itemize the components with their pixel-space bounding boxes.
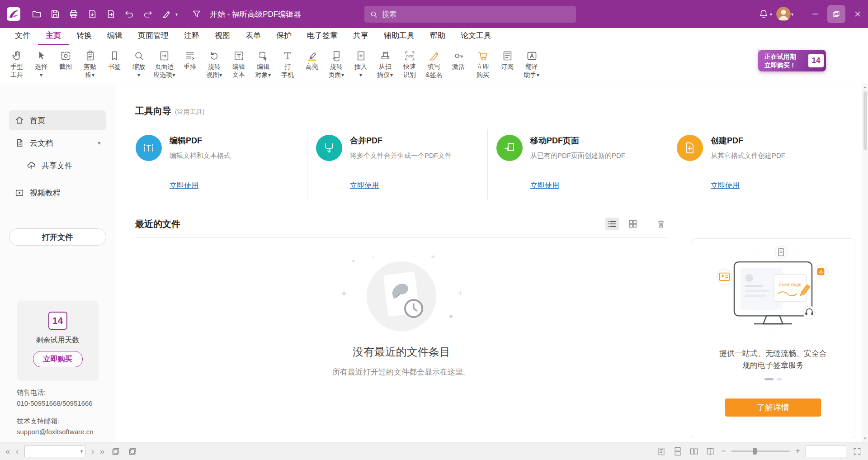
next-page-button[interactable]: › (91, 447, 94, 455)
tool-card-merge-pdf[interactable]: 合并PDF 将多个文件合并生成一个PDF文件 立即使用 (307, 129, 487, 199)
ribbon-tool-rotate-pages[interactable]: 旋转页面▾ (324, 47, 349, 80)
ribbon-tool-reflow[interactable]: 重排 (178, 47, 202, 72)
scroll-up-icon[interactable]: ▲ (863, 85, 867, 89)
carousel-dot-active[interactable] (764, 378, 774, 380)
close-button[interactable] (847, 0, 868, 28)
ribbon-tool-rotate-view[interactable]: 旋转视图▾ (202, 47, 226, 80)
use-now-link[interactable]: 立即使用 (711, 181, 740, 190)
chevron-down-icon[interactable]: ▾ (175, 12, 178, 17)
ribbon-tool-from-scanner[interactable]: 从扫描仪▾ (373, 47, 397, 80)
snapshot-view-icon[interactable] (110, 446, 121, 457)
print-icon[interactable] (68, 8, 80, 20)
menu-share[interactable]: 共享 (345, 30, 376, 45)
menu-view[interactable]: 视图 (207, 30, 238, 45)
menu-form[interactable]: 表单 (238, 30, 269, 45)
book-view-icon[interactable] (705, 446, 716, 457)
single-page-view-icon[interactable] (656, 446, 667, 457)
ribbon-tool-hand[interactable]: 手型工具 (5, 47, 29, 80)
menu-convert[interactable]: 转换 (69, 30, 99, 45)
menu-accessibility[interactable]: 辅助工具 (376, 30, 422, 45)
list-view-button[interactable] (605, 218, 619, 230)
menu-protect[interactable]: 保护 (269, 30, 299, 45)
sidebar-item-home[interactable]: 首页 (9, 110, 106, 130)
esign-tool-icon[interactable] (160, 8, 172, 20)
first-page-button[interactable]: « (5, 447, 10, 455)
fullscreen-icon[interactable] (852, 446, 863, 457)
menu-page-management[interactable]: 页面管理 (130, 30, 176, 45)
zoom-slider[interactable] (731, 451, 790, 452)
zoom-level-input[interactable] (806, 446, 846, 457)
menu-esign[interactable]: 电子签章 (299, 30, 345, 45)
scrollbar-thumb[interactable] (863, 91, 867, 150)
zoom-out-button[interactable]: − (721, 446, 726, 456)
learn-more-button[interactable]: 了解详情 (725, 398, 821, 417)
open-file-icon[interactable] (31, 8, 42, 20)
ribbon-tool-highlight[interactable]: 高亮 (300, 47, 324, 72)
previous-page-button[interactable]: ‹ (16, 447, 19, 455)
user-avatar[interactable] (776, 7, 791, 21)
ribbon-filter-icon[interactable] (191, 8, 203, 20)
ribbon-tool-clipboard[interactable]: 剪贴板▾ (78, 47, 102, 80)
page-number-input[interactable] (25, 448, 78, 455)
ribbon-tool-snapshot[interactable]: 截图 (53, 47, 78, 72)
menu-edit[interactable]: 编辑 (99, 30, 130, 45)
ribbon-tool-page-fit[interactable]: 页面适应选项▾ (151, 47, 178, 80)
ribbon-tool-zoom[interactable]: 缩放▾ (127, 47, 151, 80)
chevron-down-icon[interactable]: ▾ (791, 12, 793, 17)
facing-pages-view-icon[interactable] (689, 446, 699, 457)
ribbon-tool-subscribe[interactable]: 订阅 (495, 47, 519, 72)
page-number-box[interactable]: ▼ (24, 446, 85, 457)
grid-view-button[interactable] (626, 218, 640, 230)
tool-card-move-pdf-pages[interactable]: 移动PDF页面 从已有的PDF页面创建新的PDF 立即使用 (487, 129, 668, 199)
scroll-down-icon[interactable]: ▼ (863, 437, 867, 441)
undo-icon[interactable] (123, 8, 135, 20)
ribbon-tool-bookmark[interactable]: 书签 (102, 47, 127, 72)
chevron-down-icon[interactable]: ▼ (78, 449, 85, 454)
ribbon-tool-edit-object[interactable]: 编辑对象▾ (251, 47, 275, 80)
export-pdf-icon[interactable] (86, 8, 98, 20)
ribbon-tool-activate[interactable]: 激活 (446, 47, 471, 72)
menu-comment[interactable]: 注释 (176, 30, 207, 45)
tool-card-edit-pdf[interactable]: 编辑PDF 编辑文档和文本格式 立即使用 (135, 129, 307, 199)
redo-icon[interactable] (142, 8, 154, 20)
sidebar-item-shared-files[interactable]: 共享文件 (21, 156, 106, 175)
sidebar-item-video-tutorials[interactable]: 视频教程 (9, 183, 106, 203)
delete-recent-button[interactable] (654, 218, 668, 230)
minimize-button[interactable] (805, 0, 826, 28)
support-email-address[interactable]: support@foxitsoftware.cn (17, 428, 93, 436)
notifications-bell-icon[interactable] (758, 8, 769, 20)
search-bar[interactable] (364, 6, 576, 23)
carousel-dot[interactable] (777, 378, 782, 380)
save-icon[interactable] (49, 8, 61, 20)
use-now-link[interactable]: 立即使用 (350, 181, 379, 190)
zoom-in-button[interactable]: + (795, 446, 800, 456)
search-input[interactable] (382, 10, 571, 19)
convert-pdf-icon[interactable] (105, 8, 117, 20)
ribbon-tool-ocr[interactable]: OCR 快速识别 (397, 47, 422, 80)
chevron-down-icon[interactable]: ▾ (98, 140, 100, 146)
chevron-down-icon[interactable]: ▾ (770, 12, 772, 17)
restore-button[interactable] (827, 5, 845, 23)
ribbon-tool-edit-text[interactable]: 编辑文本 (226, 47, 251, 80)
ribbon-tool-typewriter[interactable]: 打字机 (275, 47, 300, 80)
ribbon-tool-translate[interactable]: 翻译助手▾ (519, 47, 544, 80)
sidebar-item-cloud-docs[interactable]: 云文档 ▾ (9, 133, 106, 153)
tool-card-create-pdf[interactable]: 创建PDF 从其它格式文件创建PDF 立即使用 (668, 129, 848, 199)
menu-file[interactable]: 文件 (7, 30, 38, 45)
ribbon-tool-select[interactable]: 选择▾ (29, 47, 53, 80)
open-file-button[interactable]: 打开文件 (9, 228, 106, 246)
zoom-level-box[interactable] (806, 446, 846, 457)
zoom-slider-thumb[interactable] (753, 448, 757, 455)
ribbon-tool-fill-sign[interactable]: 填写&签名 (422, 47, 446, 80)
vertical-scrollbar[interactable]: ▲ ▼ (862, 84, 868, 442)
use-now-link[interactable]: 立即使用 (530, 181, 559, 190)
last-page-button[interactable]: » (100, 447, 104, 455)
ribbon-tool-buy-now[interactable]: 立即购买 (471, 47, 495, 80)
menu-paper-tools[interactable]: 论文工具 (453, 30, 499, 45)
ribbon-tool-insert-pages[interactable]: 插入▾ (349, 47, 373, 80)
continuous-view-icon[interactable] (672, 446, 683, 457)
clipboard-view-icon[interactable] (127, 446, 138, 457)
buy-now-button[interactable]: 立即购买 (33, 351, 83, 367)
menu-home[interactable]: 主页 (38, 30, 69, 45)
use-now-link[interactable]: 立即使用 (170, 181, 198, 190)
